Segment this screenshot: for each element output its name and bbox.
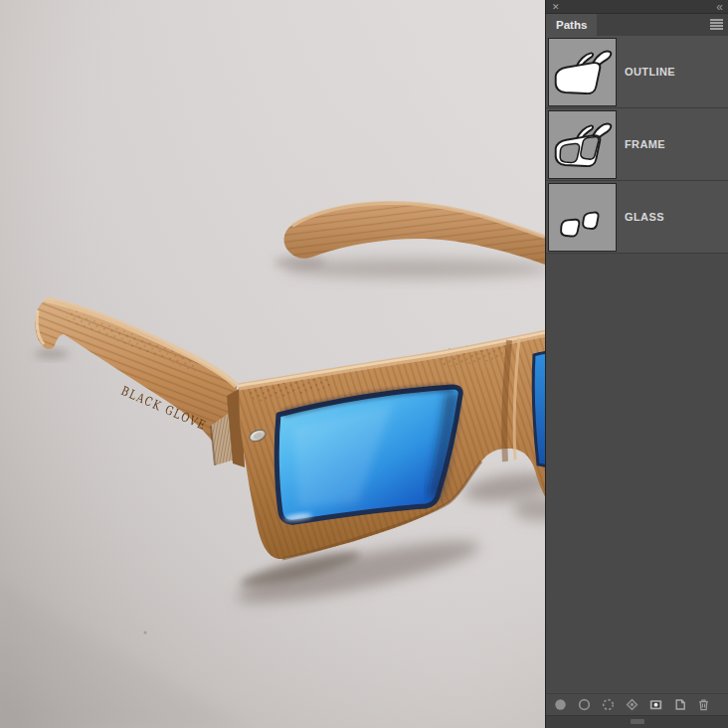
- panel-bottom-bar: [546, 715, 728, 728]
- fill-path-icon[interactable]: [548, 695, 572, 714]
- path-item-outline[interactable]: OUTLINE: [546, 36, 728, 108]
- resize-grip[interactable]: [631, 719, 644, 724]
- tab-paths-label: Paths: [556, 19, 587, 31]
- tab-paths[interactable]: Paths: [546, 14, 597, 36]
- paths-panel-empty-area[interactable]: [546, 254, 728, 693]
- panel-menu-icon[interactable]: [709, 18, 724, 31]
- paths-panel: ✕ « Paths: [545, 0, 728, 728]
- add-mask-icon[interactable]: [643, 695, 667, 714]
- new-path-icon[interactable]: [667, 695, 691, 714]
- load-selection-icon[interactable]: [596, 695, 620, 714]
- path-thumbnail-frame[interactable]: [548, 110, 617, 179]
- photoshop-workspace: BLACK GLOVE: [0, 0, 728, 728]
- path-item-glass[interactable]: GLASS: [546, 181, 728, 254]
- product-photo: BLACK GLOVE: [0, 0, 545, 728]
- document-canvas[interactable]: BLACK GLOVE: [0, 0, 545, 728]
- panel-group-topbar: ✕ «: [546, 0, 728, 14]
- panel-tab-row: Paths: [546, 14, 728, 36]
- delete-path-icon[interactable]: [691, 695, 715, 714]
- path-item-label[interactable]: OUTLINE: [625, 66, 675, 78]
- path-item-label[interactable]: GLASS: [625, 211, 664, 223]
- left-lens: [276, 387, 460, 522]
- path-thumbnail-glass[interactable]: [548, 183, 617, 252]
- make-work-path-icon[interactable]: [620, 695, 643, 714]
- dust-speck: [144, 632, 147, 635]
- path-thumbnail-outline[interactable]: [548, 38, 617, 106]
- close-icon[interactable]: ✕: [552, 2, 560, 12]
- collapse-panels-icon[interactable]: «: [716, 2, 722, 12]
- paths-panel-toolbar: [546, 693, 728, 715]
- path-list: OUTLINE FR: [546, 36, 728, 254]
- stroke-path-icon[interactable]: [572, 695, 596, 714]
- path-item-frame[interactable]: FRAME: [546, 108, 728, 181]
- path-item-label[interactable]: FRAME: [625, 138, 665, 150]
